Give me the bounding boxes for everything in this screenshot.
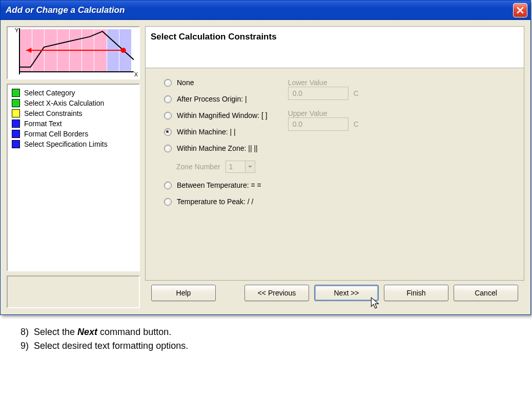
step-label: Select Specification Limits: [24, 140, 108, 148]
radio-icon: [164, 112, 172, 120]
instruction-step-9: 9) Select desired text formatting option…: [21, 339, 517, 353]
next-button-label: Next >>: [334, 289, 359, 297]
radio-icon: [164, 145, 172, 152]
close-icon: [516, 6, 524, 14]
value-column: Lower Value 0.0 C Upper Value 0.0 C: [288, 78, 359, 275]
main-panel: None After Process Origin: | Within Magn…: [145, 68, 524, 281]
step-label: Format Text: [24, 120, 62, 128]
chart-profile-line: [19, 28, 134, 72]
swatch-icon: [12, 120, 20, 128]
lower-value-label: Lower Value: [288, 78, 359, 87]
step-item[interactable]: Format Cell Borders: [12, 129, 135, 139]
step-text: Select the: [34, 327, 77, 337]
svg-point-2: [121, 48, 126, 53]
radio-icon: [164, 182, 172, 189]
radio-label: Within Magnified Window: [ ]: [177, 111, 268, 120]
radio-icon: [164, 79, 172, 87]
steps-panel: Select Category Select X-Axis Calculatio…: [7, 84, 140, 271]
step-item[interactable]: Select X-Axis Calculation: [12, 98, 135, 108]
swatch-icon: [12, 130, 20, 138]
radio-none[interactable]: None: [164, 78, 268, 87]
zone-number-select[interactable]: 1: [226, 161, 255, 173]
radio-label: Between Temperature: = =: [177, 181, 261, 189]
radio-after-origin[interactable]: After Process Origin: |: [164, 95, 268, 103]
step-label: Select Constraints: [24, 109, 83, 117]
page-title: Select Calculation Constraints: [145, 26, 524, 68]
instructions: 8) Select the Next command button. 9) Se…: [0, 315, 532, 358]
radio-label: Within Machine Zone: || ||: [177, 144, 258, 152]
step-item[interactable]: Select Constraints: [12, 108, 135, 118]
chevron-down-icon: [248, 165, 252, 169]
svg-marker-1: [26, 48, 31, 53]
step-item[interactable]: Format Text: [12, 118, 135, 129]
step-command: Next: [77, 327, 97, 337]
previous-button[interactable]: << Previous: [244, 285, 309, 301]
close-button[interactable]: [513, 3, 527, 17]
cursor-icon: [370, 297, 381, 310]
radio-within-machine-zone[interactable]: Within Machine Zone: || ||: [164, 144, 268, 152]
axis-label-y: Y: [15, 27, 18, 33]
zone-number-label: Zone Number: [176, 163, 220, 171]
next-button[interactable]: Next >>: [314, 285, 379, 301]
step-item[interactable]: Select Specification Limits: [12, 139, 135, 149]
help-button[interactable]: Help: [151, 285, 216, 301]
lower-value-unit: C: [354, 89, 359, 97]
swatch-icon: [12, 89, 20, 97]
step-label: Select Category: [24, 89, 75, 97]
finish-button[interactable]: Finish: [384, 285, 448, 301]
axis-label-x: X: [134, 71, 138, 77]
upper-value-input[interactable]: 0.0: [288, 117, 349, 131]
dialog-window: Add or Change a Calculation Y X: [0, 0, 531, 315]
step-number: 8): [21, 327, 29, 337]
step-label: Select X-Axis Calculation: [24, 99, 104, 107]
step-label: Format Cell Borders: [24, 130, 88, 138]
radio-label: Within Machine: | |: [177, 128, 236, 136]
cancel-button[interactable]: Cancel: [454, 285, 518, 301]
instruction-step-8: 8) Select the Next command button.: [21, 325, 517, 339]
upper-value-text: 0.0: [293, 120, 302, 128]
lower-value-input[interactable]: 0.0: [288, 87, 349, 100]
right-column: Select Calculation Constraints None Afte…: [145, 26, 524, 308]
radio-icon: [164, 128, 172, 136]
window-title: Add or Change a Calculation: [6, 5, 125, 15]
constraint-radio-group: None After Process Origin: | Within Magn…: [164, 78, 268, 275]
swatch-icon: [12, 109, 20, 117]
titlebar: Add or Change a Calculation: [1, 1, 530, 20]
radio-label: Temperature to Peak: / /: [177, 198, 253, 206]
dropdown-button: [245, 161, 255, 172]
radio-label: None: [177, 78, 194, 87]
zone-number-row: Zone Number 1: [176, 161, 268, 173]
button-row: Help << Previous Next >> Finish Cancel: [145, 281, 524, 308]
step-text: Select desired text formatting options.: [34, 341, 188, 351]
chart-thumbnail: Y X: [7, 26, 140, 80]
radio-label: After Process Origin: |: [177, 95, 247, 103]
swatch-icon: [12, 99, 20, 107]
zone-number-value: 1: [226, 163, 245, 171]
step-text: command button.: [97, 327, 171, 337]
radio-temperature-to-peak[interactable]: Temperature to Peak: / /: [164, 198, 268, 206]
swatch-icon: [12, 140, 20, 148]
upper-value-unit: C: [354, 120, 359, 128]
upper-value-label: Upper Value: [288, 109, 359, 117]
lower-value-text: 0.0: [293, 89, 302, 97]
step-number: 9): [21, 341, 29, 351]
radio-icon: [164, 198, 172, 206]
radio-within-machine[interactable]: Within Machine: | |: [164, 128, 268, 136]
radio-between-temperature[interactable]: Between Temperature: = =: [164, 181, 268, 189]
radio-within-magnified[interactable]: Within Magnified Window: [ ]: [164, 111, 268, 120]
content-area: Y X Sele: [1, 20, 530, 314]
radio-icon: [164, 95, 172, 103]
left-column: Y X Sele: [7, 26, 140, 308]
status-panel: [7, 275, 140, 308]
step-item[interactable]: Select Category: [12, 88, 135, 98]
